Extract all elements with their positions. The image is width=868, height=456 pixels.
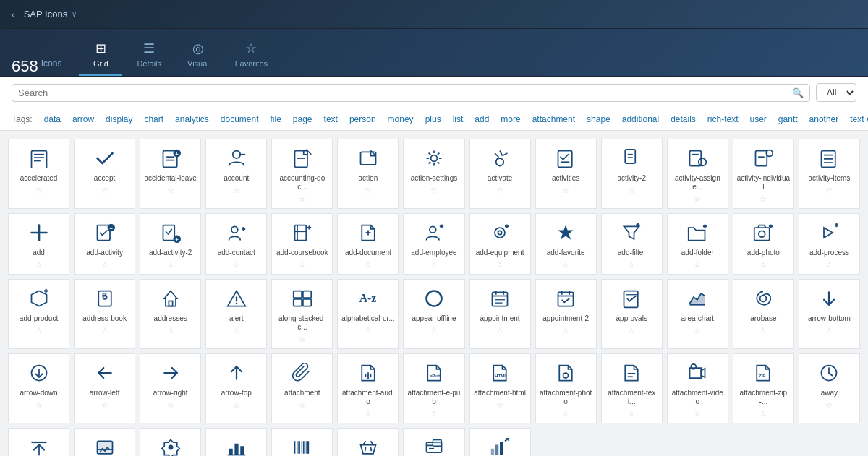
icon-card-away[interactable]: away☆ — [799, 353, 860, 423]
icon-star-arobase[interactable]: ☆ — [760, 326, 767, 335]
icon-star-attachment[interactable]: ☆ — [299, 400, 306, 410]
icon-star-add-process[interactable]: ☆ — [825, 260, 833, 270]
search-scope-dropdown[interactable]: All — [816, 83, 856, 102]
icon-card-arrow-left[interactable]: arrow-left☆ — [74, 353, 135, 423]
icon-card-activities[interactable]: activities☆ — [535, 139, 597, 209]
icon-card-basket[interactable]: basket☆ — [337, 428, 399, 456]
icon-card-add-product[interactable]: add-product☆ — [8, 279, 69, 349]
tag-text-edit[interactable]: text edit — [844, 113, 868, 126]
icon-card-appointment-2[interactable]: appointment-2☆ — [535, 279, 597, 349]
icon-star-add-employee[interactable]: ☆ — [430, 260, 438, 270]
icon-card-attachment-video[interactable]: attachment-video☆ — [667, 353, 728, 423]
tag-add[interactable]: add — [469, 113, 495, 126]
icon-star-along-stacked-c...[interactable]: ☆ — [299, 335, 306, 344]
icon-card-account[interactable]: account☆ — [205, 139, 267, 209]
icon-card-background[interactable]: background☆ — [74, 428, 135, 456]
view-details-button[interactable]: ☰ Details — [125, 36, 173, 76]
icon-star-address-book[interactable]: ☆ — [101, 326, 109, 335]
icon-card-back-to-top[interactable]: back-to-top☆ — [8, 428, 69, 456]
icon-star-alphabetical-or...[interactable]: ☆ — [365, 326, 372, 335]
tag-document[interactable]: document — [215, 113, 265, 126]
icon-star-activity-2[interactable]: ☆ — [628, 186, 635, 195]
icon-card-action[interactable]: action☆ — [337, 139, 399, 209]
icon-card-arrow-top[interactable]: arrow-top☆ — [205, 353, 267, 423]
icon-star-action-settings[interactable]: ☆ — [430, 186, 438, 195]
icon-star-activity-assigne...[interactable]: ☆ — [694, 194, 701, 204]
icon-card-add-employee[interactable]: add-employee☆ — [403, 213, 464, 275]
icon-card-add-activity[interactable]: +add-activity☆ — [74, 213, 135, 275]
icon-star-add-favorite[interactable]: ☆ — [562, 260, 569, 270]
icon-card-activity-individual[interactable]: activity-individual☆ — [733, 139, 794, 209]
icon-card-activate[interactable]: activate☆ — [469, 139, 531, 209]
icon-star-attachment-audio[interactable]: ☆ — [365, 409, 372, 418]
icon-star-add-product[interactable]: ☆ — [35, 326, 43, 335]
view-favorites-button[interactable]: ☆ Favorites — [224, 36, 279, 76]
icon-star-activity-individual[interactable]: ☆ — [760, 194, 767, 204]
tag-arrow[interactable]: arrow — [67, 113, 100, 126]
icon-star-add-photo[interactable]: ☆ — [760, 260, 767, 270]
icon-star-addresses[interactable]: ☆ — [167, 326, 174, 335]
icon-card-add-favorite[interactable]: add-favorite☆ — [535, 213, 597, 275]
tag-display[interactable]: display — [100, 113, 138, 126]
icon-star-attachment-text...[interactable]: ☆ — [628, 409, 635, 418]
tag-file[interactable]: file — [265, 113, 287, 126]
icon-card-action-settings[interactable]: action-settings☆ — [403, 139, 464, 209]
icon-star-add-document[interactable]: ☆ — [365, 260, 372, 270]
icon-card-attachment-zip-...[interactable]: ZIPattachment-zip-...☆ — [733, 353, 794, 423]
tag-another[interactable]: another — [804, 113, 845, 126]
tag-text[interactable]: text — [318, 113, 344, 126]
icon-star-add-coursebook[interactable]: ☆ — [299, 260, 306, 270]
icon-star-area-chart[interactable]: ☆ — [694, 326, 701, 335]
icon-card-alert[interactable]: alert☆ — [205, 279, 267, 349]
icon-card-add-document[interactable]: add-document☆ — [337, 213, 399, 275]
search-input[interactable] — [18, 87, 792, 98]
icon-card-add-folder[interactable]: add-folder☆ — [667, 213, 728, 275]
icon-star-arrow-bottom[interactable]: ☆ — [825, 326, 833, 335]
icon-card-address-book[interactable]: @address-book☆ — [74, 279, 135, 349]
icon-star-action[interactable]: ☆ — [365, 186, 372, 195]
icon-card-accidental-leave[interactable]: +accidental-leave☆ — [140, 139, 201, 209]
icon-star-attachment-zip-...[interactable]: ☆ — [760, 409, 767, 418]
icon-card-add-activity-2[interactable]: +add-activity-2☆ — [140, 213, 201, 275]
icon-star-activity-items[interactable]: ☆ — [825, 186, 833, 195]
tag-rich-text[interactable]: rich-text — [702, 113, 744, 126]
icon-star-accelerated[interactable]: ☆ — [35, 186, 43, 195]
tag-money[interactable]: money — [382, 113, 420, 126]
icon-card-area-chart[interactable]: area-chart☆ — [667, 279, 728, 349]
icon-star-arrow-down[interactable]: ☆ — [35, 400, 43, 410]
icon-card-attachment-html[interactable]: HTMLattachment-html☆ — [469, 353, 531, 423]
icon-star-appear-offline[interactable]: ☆ — [430, 326, 438, 335]
icon-star-arrow-top[interactable]: ☆ — [233, 400, 240, 410]
icon-card-bar-chart[interactable]: bar-chart☆ — [205, 428, 267, 456]
icon-card-attachment-photo[interactable]: attachment-photo☆ — [535, 353, 597, 423]
icon-card-arrow-right[interactable]: arrow-right☆ — [140, 353, 201, 423]
icon-card-accounting-doc...[interactable]: accounting-doc...☆ — [271, 139, 333, 209]
icon-star-account[interactable]: ☆ — [233, 186, 240, 195]
tag-analytics[interactable]: analytics — [169, 113, 215, 126]
icon-star-add[interactable]: ☆ — [35, 260, 43, 270]
icon-card-activity-items[interactable]: activity-items☆ — [799, 139, 860, 209]
tag-chart[interactable]: chart — [138, 113, 169, 126]
icon-star-add-contact[interactable]: ☆ — [233, 260, 240, 270]
back-button[interactable]: ‹ — [12, 9, 15, 20]
icon-star-accidental-leave[interactable]: ☆ — [167, 186, 174, 195]
icon-star-appointment-2[interactable]: ☆ — [562, 326, 569, 335]
tag-list[interactable]: list — [447, 113, 469, 126]
icon-star-add-folder[interactable]: ☆ — [694, 260, 701, 270]
icon-star-attachment-photo[interactable]: ☆ — [562, 409, 569, 418]
icon-card-add-photo[interactable]: add-photo☆ — [733, 213, 794, 275]
icon-star-attachment-e-pub[interactable]: ☆ — [430, 409, 438, 418]
icon-star-alert[interactable]: ☆ — [233, 326, 240, 335]
icon-card-arrow-down[interactable]: arrow-down☆ — [8, 353, 69, 423]
tag-person[interactable]: person — [344, 113, 382, 126]
icon-star-approvals[interactable]: ☆ — [628, 326, 635, 335]
icon-card-bbyd-active-sales[interactable]: bbyd-active-sales☆ — [469, 428, 531, 456]
icon-star-away[interactable]: ☆ — [825, 400, 833, 410]
icon-star-attachment-html[interactable]: ☆ — [496, 400, 503, 410]
icon-card-approvals[interactable]: approvals☆ — [601, 279, 663, 349]
icon-card-attachment[interactable]: attachment☆ — [271, 353, 333, 423]
tag-data[interactable]: data — [38, 113, 67, 126]
icon-star-add-equipment[interactable]: ☆ — [496, 260, 503, 270]
icon-card-arobase[interactable]: arobase☆ — [733, 279, 794, 349]
tag-additional[interactable]: additional — [616, 113, 665, 126]
